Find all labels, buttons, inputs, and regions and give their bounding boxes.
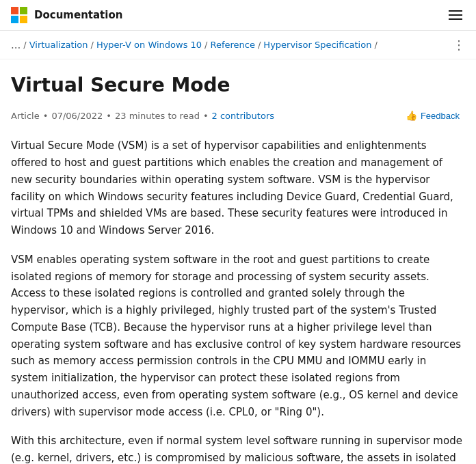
article-read-time: 23 minutes to read xyxy=(115,111,200,121)
paragraph-1: Virtual Secure Mode (VSM) is a set of hy… xyxy=(11,137,465,239)
contributors-link[interactable]: 2 contributors xyxy=(212,111,274,121)
paragraph-2: VSM enables operating system software in… xyxy=(11,251,465,421)
meta-row: Article • 07/06/2022 • 23 minutes to rea… xyxy=(11,107,465,124)
article-type: Article xyxy=(11,111,40,121)
feedback-icon: 👍 xyxy=(406,110,417,121)
breadcrumb-hypervisor-spec[interactable]: Hypervisor Specification xyxy=(263,40,371,50)
svg-rect-0 xyxy=(11,7,18,14)
breadcrumb-sep-0: / xyxy=(23,40,26,50)
breadcrumb: ... / Virtualization / Hyper-V on Window… xyxy=(0,31,476,59)
paragraph-3: With this architecture, even if normal s… xyxy=(11,433,465,464)
svg-rect-3 xyxy=(20,16,27,23)
hamburger-menu[interactable] xyxy=(446,8,465,23)
feedback-button[interactable]: 👍 Feedback xyxy=(400,107,465,124)
site-title: Documentation xyxy=(34,9,122,21)
breadcrumb-sep-1: / xyxy=(91,40,94,50)
svg-rect-1 xyxy=(20,7,27,14)
header: Documentation xyxy=(0,0,476,31)
breadcrumb-hyperv[interactable]: Hyper-V on Windows 10 xyxy=(96,40,202,50)
breadcrumb-virtualization[interactable]: Virtualization xyxy=(29,40,88,50)
header-left: Documentation xyxy=(11,7,122,23)
breadcrumb-sep-2: / xyxy=(204,40,207,50)
microsoft-logo[interactable] xyxy=(11,7,27,23)
meta-info: Article • 07/06/2022 • 23 minutes to rea… xyxy=(11,111,274,121)
feedback-label: Feedback xyxy=(421,111,460,121)
header-right xyxy=(446,8,465,23)
meta-sep-0: • xyxy=(43,111,49,121)
breadcrumb-dots[interactable]: ... xyxy=(11,39,21,51)
page-title: Virtual Secure Mode xyxy=(11,73,465,98)
article-date: 07/06/2022 xyxy=(51,111,103,121)
breadcrumb-reference[interactable]: Reference xyxy=(211,40,255,50)
meta-sep-1: • xyxy=(106,111,111,121)
meta-sep-2: • xyxy=(203,111,209,121)
breadcrumb-more-icon[interactable]: ⋮ xyxy=(453,38,465,52)
breadcrumb-sep-4: / xyxy=(374,40,377,50)
svg-rect-2 xyxy=(11,16,18,23)
breadcrumb-sep-3: / xyxy=(258,40,261,50)
main-content: Virtual Secure Mode Article • 07/06/2022… xyxy=(0,59,476,464)
